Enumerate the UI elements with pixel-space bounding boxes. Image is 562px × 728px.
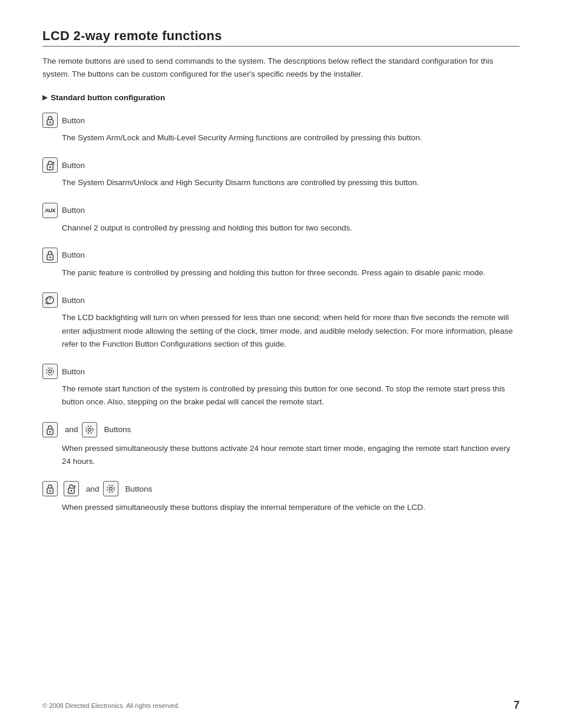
button-row-6: Button <box>42 364 520 379</box>
lock-icon-1 <box>42 113 58 128</box>
combo1-gear-icon <box>82 422 97 437</box>
btn-label-4: Button <box>62 251 85 259</box>
page: LCD 2-way remote functions The remote bu… <box>0 0 562 562</box>
button-row-4: Button <box>42 248 520 263</box>
svg-point-22 <box>107 485 114 492</box>
svg-point-10 <box>47 368 54 375</box>
button-row-1: Button <box>42 113 520 128</box>
svg-point-9 <box>49 370 52 373</box>
btn-desc-2: The System Disarm/Unlock and High Securi… <box>62 176 520 189</box>
combo1-label: Buttons <box>104 425 131 434</box>
combo-section-2: and Buttons When pressed simultaneously … <box>42 481 520 514</box>
svg-point-4 <box>49 166 51 168</box>
circle-power-icon <box>42 292 58 308</box>
svg-point-21 <box>109 487 112 490</box>
combo2-desc: When pressed simultaneously these button… <box>62 501 520 514</box>
section-header-label: Standard button configuration <box>51 93 165 102</box>
btn-label-6: Button <box>62 367 85 376</box>
svg-point-13 <box>88 428 91 431</box>
unlock-icon <box>42 157 58 173</box>
combo-section-1: and Buttons When pressed simultaneously … <box>42 422 520 469</box>
intro-text: The remote buttons are used to send comm… <box>42 55 520 80</box>
btn-desc-3: Channel 2 output is controlled by pressi… <box>62 222 520 235</box>
svg-point-1 <box>49 121 51 123</box>
combo-row-2: and Buttons <box>42 481 520 496</box>
lock-icon-2 <box>42 248 58 263</box>
svg-point-19 <box>71 490 72 492</box>
combo2-gear-icon <box>103 481 118 496</box>
combo2-unlock-icon <box>64 481 79 496</box>
btn-desc-1: The System Arm/Lock and Multi-Level Secu… <box>62 131 520 144</box>
btn-desc-6: The remote start function of the system … <box>62 383 520 409</box>
button-row-5: Button <box>42 292 520 308</box>
button-section-2: Button The System Disarm/Unlock and High… <box>42 157 520 189</box>
button-section-6: Button The remote start function of the … <box>42 364 520 409</box>
btn-label-2: Button <box>62 161 85 170</box>
combo1-desc: When pressed simultaneously these button… <box>62 442 520 469</box>
page-title: LCD 2-way remote functions <box>42 28 520 47</box>
combo1-and-text: and <box>65 425 78 434</box>
button-section-3: AUX Button Channel 2 output is controlle… <box>42 203 520 235</box>
button-section-5: Button The LCD backlighting will turn on… <box>42 292 520 351</box>
svg-point-7 <box>49 256 51 258</box>
combo2-lock-icon <box>42 481 58 496</box>
svg-point-16 <box>49 490 51 492</box>
btn-label-1: Button <box>62 116 85 125</box>
button-row-2: Button <box>42 157 520 173</box>
svg-point-12 <box>49 431 51 433</box>
button-section-4: Button The panic feature is controlled b… <box>42 248 520 279</box>
footer: © 2008 Directed Electronics. All rights … <box>42 699 520 711</box>
combo2-and-text: and <box>86 485 100 493</box>
combo1-lock-icon <box>42 422 58 437</box>
gear-icon <box>42 364 58 379</box>
btn-label-5: Button <box>62 296 85 305</box>
copyright-text: © 2008 Directed Electronics. All rights … <box>42 702 180 709</box>
page-number: 7 <box>514 699 520 711</box>
combo2-label: Buttons <box>125 485 153 493</box>
button-row-3: AUX Button <box>42 203 520 218</box>
svg-point-14 <box>86 426 93 433</box>
btn-label-3: Button <box>62 206 85 215</box>
btn-desc-4: The panic feature is controlled by press… <box>62 266 520 279</box>
combo-row-1: and Buttons <box>42 422 520 437</box>
section-header: Standard button configuration <box>42 93 520 102</box>
btn-desc-5: The LCD backlighting will turn on when p… <box>62 311 520 351</box>
button-section-1: Button The System Arm/Lock and Multi-Lev… <box>42 113 520 144</box>
aux-icon: AUX <box>42 203 58 218</box>
